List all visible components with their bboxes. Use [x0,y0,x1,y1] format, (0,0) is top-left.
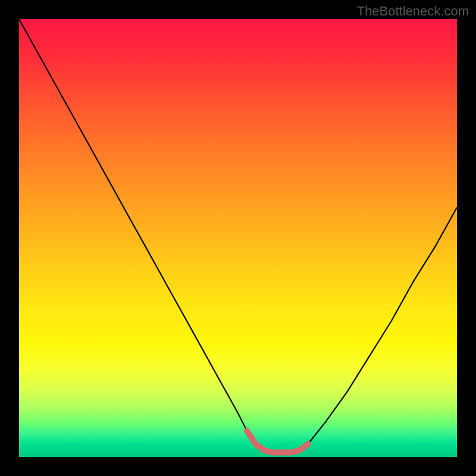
chart-svg [19,19,457,457]
bottleneck-curve-path [19,19,457,453]
watermark-text: TheBottleneck.com [357,4,469,19]
bottleneck-chart [19,19,457,457]
optimal-segment-path [247,431,308,453]
